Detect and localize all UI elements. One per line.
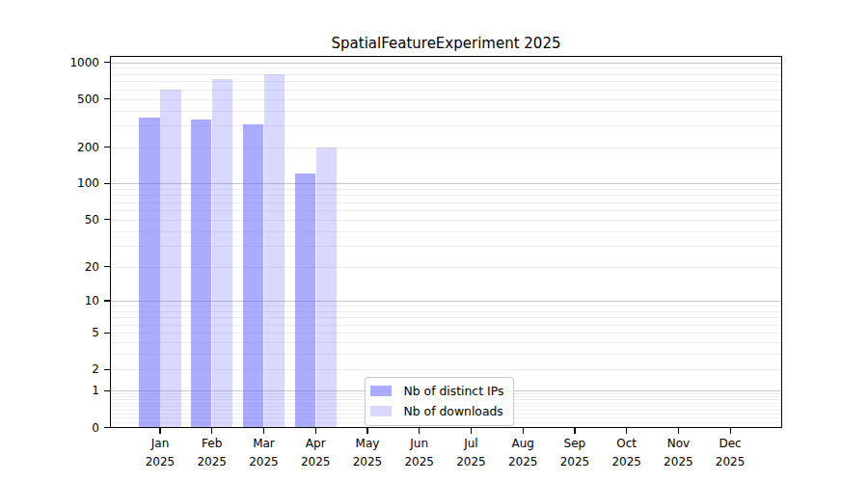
x-tick-label-nov: Nov2025 xyxy=(651,435,705,470)
bar-nb-of-distinct-ips-mar xyxy=(243,124,263,427)
gridline-minor xyxy=(110,74,782,75)
y-tick-label-500: 500 xyxy=(27,92,99,107)
x-tick-jan xyxy=(159,428,160,435)
legend: Nb of distinct IPs Nb of downloads xyxy=(365,377,514,426)
bar-nb-of-distinct-ips-feb xyxy=(191,120,211,428)
y-tick-1 xyxy=(104,390,111,391)
x-tick-aug xyxy=(523,428,524,435)
y-tick-100 xyxy=(104,183,111,184)
x-tick-label-jan: Jan2025 xyxy=(133,435,187,470)
gridline-minor xyxy=(110,67,782,68)
bar-nb-of-downloads-mar xyxy=(264,74,285,427)
x-tick-label-may: May2025 xyxy=(340,435,394,470)
y-tick-2 xyxy=(104,369,111,370)
y-tick-5 xyxy=(104,333,111,334)
y-tick-label-0: 0 xyxy=(27,420,99,436)
gridline-major xyxy=(110,63,782,64)
y-tick-500 xyxy=(104,98,111,99)
x-tick-label-jun: Jun2025 xyxy=(393,435,447,470)
x-tick-label-feb: Feb2025 xyxy=(185,435,239,470)
x-tick-label-dec: Dec2025 xyxy=(703,435,757,470)
y-tick-1000 xyxy=(104,62,111,63)
y-tick-label-200: 200 xyxy=(27,140,99,155)
y-tick-200 xyxy=(104,147,111,147)
legend-swatch-distinct-ips xyxy=(370,386,392,396)
y-tick-label-50: 50 xyxy=(27,212,99,228)
y-tick-20 xyxy=(104,266,111,267)
legend-swatch-downloads xyxy=(370,406,392,416)
y-tick-10 xyxy=(104,300,111,301)
x-tick-label-oct: Oct2025 xyxy=(600,435,654,470)
gridline-minor xyxy=(110,111,782,112)
x-tick-label-sep: Sep2025 xyxy=(548,435,602,470)
x-tick-jun xyxy=(419,428,420,435)
x-tick-sep xyxy=(574,428,575,435)
bar-nb-of-distinct-ips-apr xyxy=(295,174,315,427)
chart-title: SpatialFeatureExperiment 2025 xyxy=(110,35,782,52)
y-tick-label-20: 20 xyxy=(27,259,99,275)
x-tick-may xyxy=(366,428,367,435)
plot-area xyxy=(110,56,782,428)
legend-item-distinct-ips: Nb of distinct IPs xyxy=(370,384,503,398)
bar-nb-of-downloads-apr xyxy=(316,147,337,428)
x-tick-jul xyxy=(471,428,472,435)
bar-nb-of-downloads-jan xyxy=(160,90,180,427)
y-tick-label-10: 10 xyxy=(27,293,99,308)
bar-nb-of-distinct-ips-jan xyxy=(139,118,159,427)
y-tick-label-5: 5 xyxy=(27,325,99,340)
gridline-minor xyxy=(110,99,782,100)
x-tick-label-jul: Jul2025 xyxy=(444,435,498,470)
x-tick-dec xyxy=(730,428,731,435)
legend-label-downloads: Nb of downloads xyxy=(404,404,503,418)
x-tick-nov xyxy=(678,428,679,435)
legend-item-downloads: Nb of downloads xyxy=(370,404,503,418)
y-tick-0 xyxy=(104,427,111,428)
download-stats-figure: SpatialFeatureExperiment 2025 0125102050… xyxy=(0,0,868,482)
gridline-minor xyxy=(110,90,782,91)
y-tick-label-1: 1 xyxy=(27,383,99,398)
y-tick-label-100: 100 xyxy=(27,175,99,191)
x-tick-feb xyxy=(211,428,212,435)
x-tick-label-aug: Aug2025 xyxy=(496,435,550,470)
legend-label-distinct-ips: Nb of distinct IPs xyxy=(404,384,504,398)
y-tick-label-1000: 1000 xyxy=(27,55,99,70)
gridline-minor xyxy=(110,81,782,82)
x-tick-label-apr: Apr2025 xyxy=(288,435,342,470)
y-tick-label-2: 2 xyxy=(27,362,99,377)
x-tick-oct xyxy=(626,428,627,435)
x-tick-label-mar: Mar2025 xyxy=(236,435,290,470)
bar-nb-of-downloads-feb xyxy=(212,79,232,428)
x-tick-apr xyxy=(315,428,316,435)
y-tick-50 xyxy=(104,219,111,220)
x-tick-mar xyxy=(263,428,264,435)
